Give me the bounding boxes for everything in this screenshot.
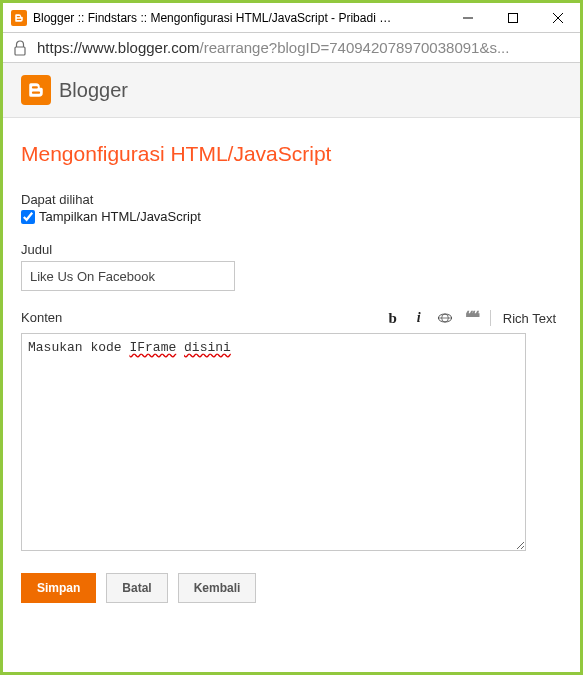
blogger-logo-icon xyxy=(21,75,51,105)
window-minimize-button[interactable] xyxy=(445,3,490,33)
app-header: Blogger xyxy=(3,63,580,118)
page-title: Mengonfigurasi HTML/JavaScript xyxy=(21,142,562,166)
window-title: Blogger :: Findstars :: Mengonfigurasi H… xyxy=(33,11,393,25)
back-button[interactable]: Kembali xyxy=(178,573,257,603)
url-text: https://www.blogger.com/rearrange?blogID… xyxy=(37,39,570,56)
window-close-button[interactable] xyxy=(535,3,580,33)
window-maximize-button[interactable] xyxy=(490,3,535,33)
italic-button[interactable]: i xyxy=(410,309,428,327)
blogger-favicon xyxy=(11,10,27,26)
quote-button[interactable]: ❝❝ xyxy=(462,309,480,327)
save-button[interactable]: Simpan xyxy=(21,573,96,603)
link-button[interactable] xyxy=(436,309,454,327)
window-titlebar: Blogger :: Findstars :: Mengonfigurasi H… xyxy=(3,3,580,33)
app-name: Blogger xyxy=(59,79,128,102)
button-row: Simpan Batal Kembali xyxy=(21,573,562,603)
browser-address-bar[interactable]: https://www.blogger.com/rearrange?blogID… xyxy=(3,33,580,63)
title-input[interactable] xyxy=(21,261,235,291)
cancel-button[interactable]: Batal xyxy=(106,573,167,603)
toolbar-separator xyxy=(490,310,491,326)
content-editor[interactable]: Masukan kode IFrame disini xyxy=(21,333,526,551)
title-field-label: Judul xyxy=(21,242,562,257)
show-html-checkbox[interactable] xyxy=(21,210,35,224)
visibility-row: Tampilkan HTML/JavaScript xyxy=(21,209,562,224)
lock-icon xyxy=(13,40,27,56)
svg-rect-1 xyxy=(15,47,25,55)
editor-toolbar: b i ❝❝ Rich Text xyxy=(384,309,562,327)
rich-text-toggle[interactable]: Rich Text xyxy=(503,311,556,326)
svg-rect-0 xyxy=(508,13,517,22)
content-area: Mengonfigurasi HTML/JavaScript Dapat dil… xyxy=(3,118,580,617)
content-field-label: Konten xyxy=(21,310,384,325)
bold-button[interactable]: b xyxy=(384,309,402,327)
visibility-label: Dapat dilihat xyxy=(21,192,562,207)
show-html-label: Tampilkan HTML/JavaScript xyxy=(39,209,201,224)
